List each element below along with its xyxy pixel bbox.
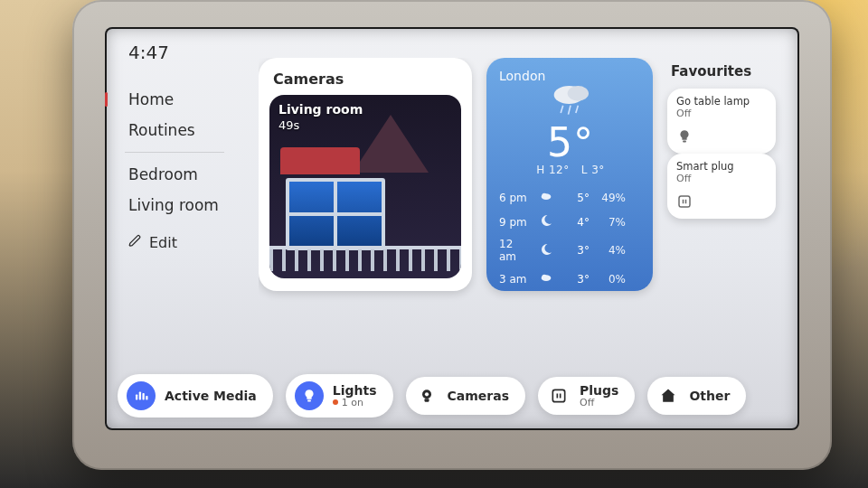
svg-line-2 xyxy=(561,106,563,113)
dock-active-media-label: Active Media xyxy=(165,389,257,403)
screen: 4:47 Home Routines Bedroom Living room E… xyxy=(105,27,799,430)
svg-rect-16 xyxy=(146,396,147,400)
status-dot-icon xyxy=(333,399,338,405)
forecast-time: 6 pm xyxy=(499,192,533,204)
favourites-panel: Favourites Go table lampOffSmart plugOff xyxy=(667,58,776,291)
forecast-row: 9 pm4°7% xyxy=(499,210,642,234)
camera-room-name: Living room xyxy=(278,102,363,118)
svg-point-1 xyxy=(568,86,589,101)
forecast-time: 3 am xyxy=(499,273,533,286)
rain-cloud-icon xyxy=(546,81,595,121)
svg-rect-15 xyxy=(143,393,145,400)
weather-forecast: 6 pm5°49%9 pm4°7%12 am3°4%3 am3°0% xyxy=(499,185,642,291)
favourite-tile[interactable]: Smart plugOff xyxy=(667,154,776,219)
dock-plugs[interactable]: Plugs Off xyxy=(538,377,635,415)
sidebar: Home Routines Bedroom Living room Edit xyxy=(105,78,250,251)
favourites-title: Favourites xyxy=(671,63,776,80)
camera-thumbnail[interactable]: Living room 49s xyxy=(269,95,461,278)
sidebar-item-living-room[interactable]: Living room xyxy=(128,196,250,214)
thumbnail-scene xyxy=(353,115,429,173)
forecast-temp: 4° xyxy=(564,216,590,229)
svg-rect-14 xyxy=(139,392,141,400)
house-icon xyxy=(656,384,680,408)
forecast-row: 6 pm5°49% xyxy=(499,185,642,210)
dock-other[interactable]: Other xyxy=(647,377,746,415)
camera-thumbnail-label: Living room 49s xyxy=(278,102,363,133)
forecast-time: 12 am xyxy=(499,238,533,263)
favourite-state: Off xyxy=(676,173,767,184)
forecast-row: 12 am3°4% xyxy=(499,234,642,267)
weather-card[interactable]: London 5° H 12° L 3° 6 pm5°49%9 pm4°7%12… xyxy=(486,58,653,291)
cameras-card[interactable]: Cameras Living room 49s xyxy=(259,58,472,291)
moon-icon xyxy=(539,213,559,230)
dock-cameras[interactable]: Cameras xyxy=(406,377,526,415)
dock-plugs-sub: Off xyxy=(580,398,618,408)
clock: 4:47 xyxy=(128,42,169,63)
weather-high: H 12° xyxy=(536,164,570,176)
dock-active-media[interactable]: Active Media xyxy=(118,374,273,418)
plug-icon xyxy=(547,384,571,408)
sidebar-divider xyxy=(125,152,224,153)
forecast-humidity: 7% xyxy=(595,216,626,229)
dock-lights-label: Lights xyxy=(333,384,377,398)
device-bezel: 4:47 Home Routines Bedroom Living room E… xyxy=(72,0,832,470)
svg-line-4 xyxy=(576,106,579,113)
svg-point-6 xyxy=(542,193,546,198)
content-area: Cameras Living room 49s London xyxy=(259,58,799,358)
svg-rect-17 xyxy=(307,400,311,402)
favourite-name: Go table lamp xyxy=(676,96,767,108)
sidebar-item-routines[interactable]: Routines xyxy=(128,121,250,139)
moon-icon xyxy=(539,242,559,259)
favourite-tile[interactable]: Go table lampOff xyxy=(667,89,776,154)
dock-plugs-label: Plugs xyxy=(580,384,618,398)
forecast-humidity: 0% xyxy=(595,273,626,286)
media-icon xyxy=(127,381,156,410)
dock-other-label: Other xyxy=(689,389,730,403)
sidebar-item-bedroom[interactable]: Bedroom xyxy=(128,165,250,183)
weather-current: 5° H 12° L 3° xyxy=(499,81,642,176)
forecast-temp: 3° xyxy=(564,273,590,286)
favourite-name: Smart plug xyxy=(676,161,767,173)
svg-rect-9 xyxy=(683,141,686,143)
forecast-row: 3 am3°0% xyxy=(499,267,642,291)
svg-point-8 xyxy=(542,275,546,279)
dock-lights-sub: 1 on xyxy=(342,398,363,408)
camera-icon xyxy=(415,384,439,408)
forecast-temp: 3° xyxy=(564,244,590,257)
bulb-icon xyxy=(295,381,324,410)
weather-low: L 3° xyxy=(581,164,605,176)
forecast-time: 9 pm xyxy=(499,216,533,229)
camera-snapshot-age: 49s xyxy=(278,118,363,133)
forecast-temp: 5° xyxy=(564,192,590,204)
sidebar-edit-button[interactable]: Edit xyxy=(128,234,250,251)
weather-temp: 5° xyxy=(547,119,594,165)
cloud-icon xyxy=(539,270,559,287)
svg-line-3 xyxy=(569,106,571,115)
sidebar-edit-label: Edit xyxy=(149,234,177,251)
svg-point-19 xyxy=(424,392,428,396)
sidebar-item-home[interactable]: Home xyxy=(128,90,250,108)
weather-city: London xyxy=(499,69,642,83)
cloud-icon xyxy=(539,189,559,206)
svg-rect-21 xyxy=(552,389,564,401)
forecast-humidity: 49% xyxy=(595,192,626,204)
cameras-card-title: Cameras xyxy=(273,70,461,88)
dock-cameras-label: Cameras xyxy=(448,389,510,403)
svg-rect-20 xyxy=(424,399,429,401)
bulb-icon xyxy=(676,128,693,148)
favourite-state: Off xyxy=(676,108,767,119)
dock-lights[interactable]: Lights 1 on xyxy=(286,374,393,418)
dock: Active Media Lights 1 on Cameras xyxy=(118,374,799,418)
pencil-icon xyxy=(128,234,142,251)
svg-rect-13 xyxy=(136,395,137,400)
svg-rect-10 xyxy=(679,196,690,207)
plug-icon xyxy=(676,193,693,213)
forecast-humidity: 4% xyxy=(595,244,626,257)
